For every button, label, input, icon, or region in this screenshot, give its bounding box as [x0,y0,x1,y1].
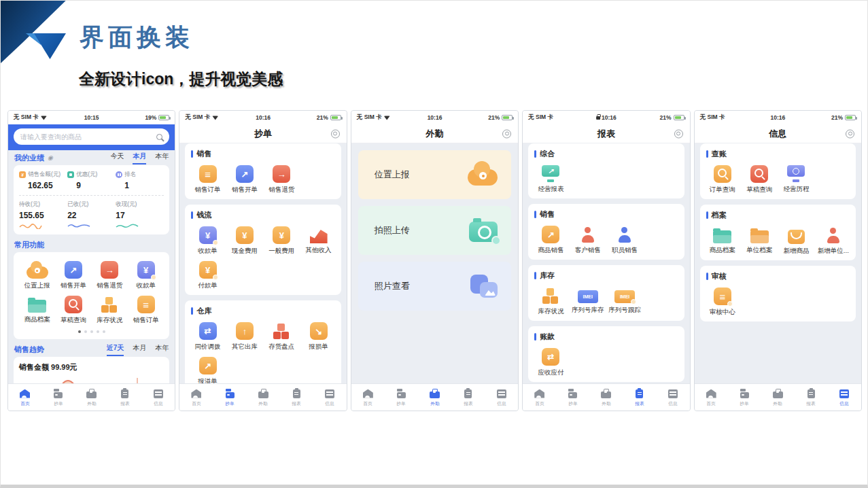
tab-this-month[interactable]: 本月 [133,343,146,356]
grid-item-receivable-payable[interactable]: 应收应付 [532,345,569,379]
grid-item-cash-expense[interactable]: 现金费用 [226,223,263,258]
stat-label: 销售金额(元) [28,171,60,179]
grid-item-sales-billing[interactable]: 销售开单 [226,162,263,196]
grid-item-product-sales[interactable]: 商品销售 [532,222,569,257]
tab-reports[interactable]: 报表 [623,384,656,411]
settings-gear-icon[interactable] [331,129,340,138]
grid-item-sales-billing[interactable]: 销售开单 [55,258,91,292]
tab-copy-order[interactable]: 抄单 [213,384,246,411]
tab-field-work[interactable]: 外勤 [589,384,623,411]
grid-item-business-report[interactable]: 经营报表 [532,162,569,196]
stat-label: 收现(元) [116,201,137,209]
tab-home[interactable]: 首页 [523,384,556,411]
stat-discount: 优惠(元) 9 [67,171,116,190]
tab-copy-order[interactable]: 抄单 [728,384,761,411]
grid-item-sales-order[interactable]: 销售订单 [128,292,164,327]
grid-item-business-history[interactable]: 经营历程 [778,162,814,196]
grid-item-draft-query[interactable]: 草稿查询 [741,162,778,196]
status-time: 10:16 [602,114,617,121]
grid-item-customer-sales[interactable]: 客户销售 [570,222,606,257]
tab-reports[interactable]: 报表 [451,384,485,411]
tab-info[interactable]: 信息 [141,384,175,411]
grid-item-sales-return[interactable]: 销售退货 [92,258,128,292]
grid-item-product-archive[interactable]: 商品档案 [704,223,741,258]
eye-icon[interactable] [48,154,53,161]
grid-item-unit-archive[interactable]: 单位档案 [741,223,778,258]
nav-bar: 信息 [695,124,861,143]
grid-item-label: 审核中心 [710,308,735,317]
grid-item-serial-stock[interactable]: IMEI序列号库存 [570,283,606,318]
clipboard-icon [464,389,472,398]
tab-copy-order[interactable]: 抄单 [41,384,75,411]
settings-gear-icon[interactable] [502,129,511,138]
tab-reports[interactable]: 报表 [108,384,141,411]
tab-copy-order[interactable]: 抄单 [556,384,589,411]
trend-amount-label: 销售金额 99.99元 [19,362,164,372]
grid-item-new-unit[interactable]: 新增单位... [815,223,852,258]
performance-title: 我的业绩 [14,153,44,163]
section-bar [191,211,193,219]
grid-item-payment-bill[interactable]: 付款单 [189,258,226,292]
tab-field-work[interactable]: 外勤 [75,384,108,411]
grid-item-location-report[interactable]: 位置上报 [19,258,55,292]
grid-item-order-query[interactable]: 订单查询 [704,162,741,196]
grid-item-label: 职员销售 [612,246,638,255]
grid-item-audit-center[interactable]: 审核中心 [704,284,741,319]
tab-this-year[interactable]: 本年 [155,152,169,164]
grid-item-new-product[interactable]: 新增商品 [778,223,814,258]
grid-item-stock-status[interactable]: 库存状况 [532,283,569,318]
tab-last-7-days[interactable]: 近7天 [107,343,124,356]
customer-person-icon [580,227,596,243]
tab-home[interactable]: 首页 [179,384,213,411]
banner-photo-upload[interactable]: 拍照上传 [358,206,511,255]
tab-home[interactable]: 首页 [351,384,385,411]
tab-home[interactable]: 首页 [8,384,41,411]
grid-item-receipt-bill[interactable]: 收款单 [128,258,164,292]
grid-item-draft-query[interactable]: 草稿查询 [55,292,91,327]
tab-reports[interactable]: 报表 [795,384,828,411]
grid-item-receipt-bill[interactable]: 收款单 [189,223,226,258]
search-input[interactable] [20,133,156,141]
banner-photo-view[interactable]: 照片查看 [358,262,511,311]
grid-item-sales-return[interactable]: 销售退货 [263,162,300,196]
grid-item-serial-tracking[interactable]: IMEI序列号跟踪 [606,283,643,318]
new-unit-person-icon [825,228,841,244]
settings-gear-icon[interactable] [846,129,854,138]
grid-item-same-price-transfer[interactable]: 同价调拨 [189,319,226,353]
grid-item-other-outbound[interactable]: 其它出库 [226,319,263,353]
search-bar[interactable] [14,128,169,145]
banner-location-report[interactable]: 位置上报 [358,150,511,199]
tab-home[interactable]: 首页 [695,384,728,411]
common-functions-card: 位置上报 销售开单 销售退货 收款单 商品档案 草稿查询 库存状况 销售订单 [14,252,169,339]
tab-field-work[interactable]: 外勤 [418,384,451,411]
tab-reports[interactable]: 报表 [280,384,313,411]
tab-this-year[interactable]: 本年 [155,343,169,356]
tab-field-work[interactable]: 外勤 [247,384,280,411]
slide-logo-triangle [34,33,66,59]
search-icon[interactable] [156,134,162,140]
grid-item-staff-sales[interactable]: 职员销售 [606,222,643,257]
phone-copy-order: 无 SIM 卡 10:16 21% 抄单 销售 销售订单 销售开单 销售退货 钱… [179,110,347,411]
performance-header-row: 我的业绩 今天 本月 本年 [8,150,175,165]
pagination-dots[interactable] [19,327,164,334]
grid-item-other-income[interactable]: 其他收入 [300,223,336,258]
pin-icon [479,172,487,179]
status-bar: 无 SIM 卡 10:16 21% [523,111,689,124]
grid-item-loss-report[interactable]: 报损单 [300,319,336,353]
tab-info[interactable]: 信息 [657,384,690,411]
grid-item-product-archive[interactable]: 商品档案 [19,292,55,327]
grid-item-stock-status[interactable]: 库存状况 [92,292,128,327]
tab-field-work[interactable]: 外勤 [761,384,795,411]
tab-info[interactable]: 信息 [828,384,861,411]
grid-item-stock-taking[interactable]: 存货盘点 [263,319,300,353]
grid-item-sales-order[interactable]: 销售订单 [189,162,226,196]
grid-item-general-expense[interactable]: 一般费用 [263,223,300,258]
home-icon [20,389,30,398]
tab-today[interactable]: 今天 [110,152,124,164]
tab-info[interactable]: 信息 [485,384,518,411]
tab-this-month[interactable]: 本月 [133,152,146,164]
settings-gear-icon[interactable] [674,129,683,138]
tab-copy-order[interactable]: 抄单 [385,384,418,411]
clipboard-icon [636,389,643,398]
tab-info[interactable]: 信息 [313,384,347,411]
